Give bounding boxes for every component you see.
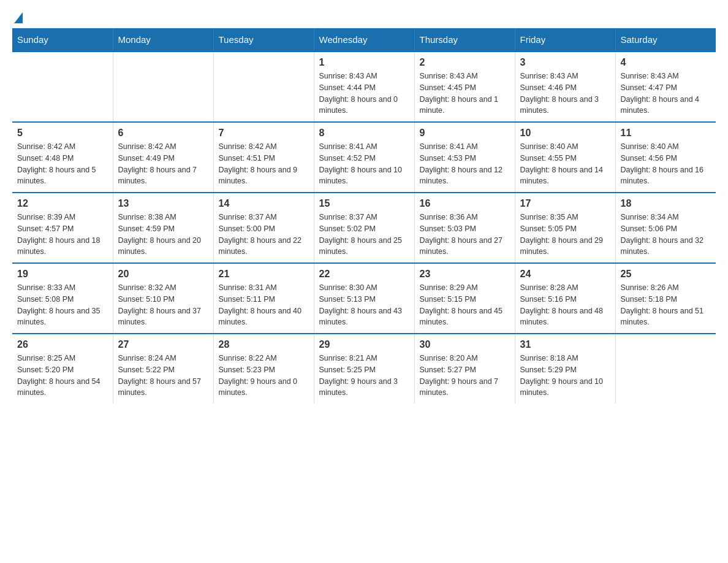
calendar-cell: 22Sunrise: 8:30 AMSunset: 5:13 PMDayligh… bbox=[314, 263, 414, 334]
calendar-cell: 11Sunrise: 8:40 AMSunset: 4:56 PMDayligh… bbox=[615, 122, 716, 193]
day-info: Sunrise: 8:29 AMSunset: 5:15 PMDaylight:… bbox=[420, 282, 510, 328]
day-number: 1 bbox=[319, 57, 409, 68]
calendar-cell: 18Sunrise: 8:34 AMSunset: 5:06 PMDayligh… bbox=[615, 193, 716, 263]
day-info: Sunrise: 8:40 AMSunset: 4:56 PMDaylight:… bbox=[621, 141, 711, 187]
day-number: 7 bbox=[219, 128, 309, 139]
day-info: Sunrise: 8:30 AMSunset: 5:13 PMDaylight:… bbox=[319, 282, 409, 328]
calendar-cell: 17Sunrise: 8:35 AMSunset: 5:05 PMDayligh… bbox=[515, 193, 615, 263]
calendar-cell: 10Sunrise: 8:40 AMSunset: 4:55 PMDayligh… bbox=[515, 122, 615, 193]
calendar-cell: 29Sunrise: 8:21 AMSunset: 5:25 PMDayligh… bbox=[314, 334, 414, 404]
day-number: 21 bbox=[219, 269, 309, 280]
day-number: 3 bbox=[520, 57, 610, 68]
day-info: Sunrise: 8:41 AMSunset: 4:53 PMDaylight:… bbox=[420, 141, 510, 187]
calendar-week-3: 12Sunrise: 8:39 AMSunset: 4:57 PMDayligh… bbox=[12, 193, 716, 263]
weekday-header-saturday: Saturday bbox=[615, 28, 716, 52]
calendar-cell: 23Sunrise: 8:29 AMSunset: 5:15 PMDayligh… bbox=[414, 263, 515, 334]
day-info: Sunrise: 8:32 AMSunset: 5:10 PMDaylight:… bbox=[118, 282, 208, 328]
day-info: Sunrise: 8:37 AMSunset: 5:00 PMDaylight:… bbox=[219, 212, 309, 258]
weekday-header-sunday: Sunday bbox=[12, 28, 113, 52]
calendar-week-1: 1Sunrise: 8:43 AMSunset: 4:44 PMDaylight… bbox=[12, 52, 716, 122]
day-info: Sunrise: 8:20 AMSunset: 5:27 PMDaylight:… bbox=[420, 353, 510, 399]
calendar-week-5: 26Sunrise: 8:25 AMSunset: 5:20 PMDayligh… bbox=[12, 334, 716, 404]
day-number: 24 bbox=[520, 269, 610, 280]
calendar-cell: 12Sunrise: 8:39 AMSunset: 4:57 PMDayligh… bbox=[12, 193, 113, 263]
calendar-week-4: 19Sunrise: 8:33 AMSunset: 5:08 PMDayligh… bbox=[12, 263, 716, 334]
day-number: 18 bbox=[621, 198, 711, 209]
day-number: 16 bbox=[420, 198, 510, 209]
day-info: Sunrise: 8:42 AMSunset: 4:48 PMDaylight:… bbox=[17, 141, 108, 187]
calendar-cell bbox=[615, 334, 716, 404]
day-info: Sunrise: 8:18 AMSunset: 5:29 PMDaylight:… bbox=[520, 353, 610, 399]
day-info: Sunrise: 8:43 AMSunset: 4:45 PMDaylight:… bbox=[420, 71, 510, 117]
calendar-cell: 26Sunrise: 8:25 AMSunset: 5:20 PMDayligh… bbox=[12, 334, 113, 404]
day-number: 9 bbox=[420, 128, 510, 139]
day-info: Sunrise: 8:28 AMSunset: 5:16 PMDaylight:… bbox=[520, 282, 610, 328]
day-number: 13 bbox=[118, 198, 208, 209]
calendar-cell: 30Sunrise: 8:20 AMSunset: 5:27 PMDayligh… bbox=[414, 334, 515, 404]
weekday-header-monday: Monday bbox=[113, 28, 213, 52]
day-info: Sunrise: 8:37 AMSunset: 5:02 PMDaylight:… bbox=[319, 212, 409, 258]
calendar-cell: 27Sunrise: 8:24 AMSunset: 5:22 PMDayligh… bbox=[113, 334, 213, 404]
weekday-header-thursday: Thursday bbox=[414, 28, 515, 52]
day-number: 6 bbox=[118, 128, 208, 139]
day-number: 17 bbox=[520, 198, 610, 209]
day-number: 5 bbox=[17, 128, 108, 139]
calendar-cell: 5Sunrise: 8:42 AMSunset: 4:48 PMDaylight… bbox=[12, 122, 113, 193]
weekday-header-friday: Friday bbox=[515, 28, 615, 52]
calendar-cell bbox=[12, 52, 113, 122]
day-number: 31 bbox=[520, 339, 610, 350]
day-number: 11 bbox=[621, 128, 711, 139]
logo bbox=[12, 12, 23, 22]
day-info: Sunrise: 8:34 AMSunset: 5:06 PMDaylight:… bbox=[621, 212, 711, 258]
calendar-cell: 4Sunrise: 8:43 AMSunset: 4:47 PMDaylight… bbox=[615, 52, 716, 122]
day-info: Sunrise: 8:43 AMSunset: 4:44 PMDaylight:… bbox=[319, 71, 409, 117]
calendar-cell bbox=[113, 52, 213, 122]
day-info: Sunrise: 8:31 AMSunset: 5:11 PMDaylight:… bbox=[219, 282, 309, 328]
day-number: 28 bbox=[219, 339, 309, 350]
calendar-cell: 3Sunrise: 8:43 AMSunset: 4:46 PMDaylight… bbox=[515, 52, 615, 122]
day-number: 27 bbox=[118, 339, 208, 350]
calendar-cell: 14Sunrise: 8:37 AMSunset: 5:00 PMDayligh… bbox=[213, 193, 314, 263]
day-info: Sunrise: 8:39 AMSunset: 4:57 PMDaylight:… bbox=[17, 212, 108, 258]
day-number: 15 bbox=[319, 198, 409, 209]
calendar-cell: 19Sunrise: 8:33 AMSunset: 5:08 PMDayligh… bbox=[12, 263, 113, 334]
calendar-week-2: 5Sunrise: 8:42 AMSunset: 4:48 PMDaylight… bbox=[12, 122, 716, 193]
day-info: Sunrise: 8:21 AMSunset: 5:25 PMDaylight:… bbox=[319, 353, 409, 399]
day-info: Sunrise: 8:41 AMSunset: 4:52 PMDaylight:… bbox=[319, 141, 409, 187]
calendar-cell: 16Sunrise: 8:36 AMSunset: 5:03 PMDayligh… bbox=[414, 193, 515, 263]
day-info: Sunrise: 8:33 AMSunset: 5:08 PMDaylight:… bbox=[17, 282, 108, 328]
day-number: 12 bbox=[17, 198, 108, 209]
calendar-cell: 24Sunrise: 8:28 AMSunset: 5:16 PMDayligh… bbox=[515, 263, 615, 334]
calendar-cell: 7Sunrise: 8:42 AMSunset: 4:51 PMDaylight… bbox=[213, 122, 314, 193]
day-number: 25 bbox=[621, 269, 711, 280]
calendar-cell: 15Sunrise: 8:37 AMSunset: 5:02 PMDayligh… bbox=[314, 193, 414, 263]
day-number: 30 bbox=[420, 339, 510, 350]
calendar-header-row: SundayMondayTuesdayWednesdayThursdayFrid… bbox=[12, 28, 716, 52]
calendar-cell: 31Sunrise: 8:18 AMSunset: 5:29 PMDayligh… bbox=[515, 334, 615, 404]
day-number: 22 bbox=[319, 269, 409, 280]
weekday-header-wednesday: Wednesday bbox=[314, 28, 414, 52]
day-info: Sunrise: 8:43 AMSunset: 4:46 PMDaylight:… bbox=[520, 71, 610, 117]
day-number: 23 bbox=[420, 269, 510, 280]
day-info: Sunrise: 8:35 AMSunset: 5:05 PMDaylight:… bbox=[520, 212, 610, 258]
day-info: Sunrise: 8:40 AMSunset: 4:55 PMDaylight:… bbox=[520, 141, 610, 187]
day-number: 14 bbox=[219, 198, 309, 209]
day-number: 2 bbox=[420, 57, 510, 68]
day-number: 4 bbox=[621, 57, 711, 68]
day-info: Sunrise: 8:22 AMSunset: 5:23 PMDaylight:… bbox=[219, 353, 309, 399]
day-info: Sunrise: 8:36 AMSunset: 5:03 PMDaylight:… bbox=[420, 212, 510, 258]
day-number: 29 bbox=[319, 339, 409, 350]
calendar-cell: 2Sunrise: 8:43 AMSunset: 4:45 PMDaylight… bbox=[414, 52, 515, 122]
day-number: 10 bbox=[520, 128, 610, 139]
day-info: Sunrise: 8:42 AMSunset: 4:49 PMDaylight:… bbox=[118, 141, 208, 187]
calendar-cell: 20Sunrise: 8:32 AMSunset: 5:10 PMDayligh… bbox=[113, 263, 213, 334]
day-info: Sunrise: 8:38 AMSunset: 4:59 PMDaylight:… bbox=[118, 212, 208, 258]
day-number: 26 bbox=[17, 339, 108, 350]
calendar-cell: 6Sunrise: 8:42 AMSunset: 4:49 PMDaylight… bbox=[113, 122, 213, 193]
logo-triangle-icon bbox=[14, 12, 23, 23]
day-number: 8 bbox=[319, 128, 409, 139]
calendar-cell: 8Sunrise: 8:41 AMSunset: 4:52 PMDaylight… bbox=[314, 122, 414, 193]
day-number: 20 bbox=[118, 269, 208, 280]
day-number: 19 bbox=[17, 269, 108, 280]
day-info: Sunrise: 8:24 AMSunset: 5:22 PMDaylight:… bbox=[118, 353, 208, 399]
